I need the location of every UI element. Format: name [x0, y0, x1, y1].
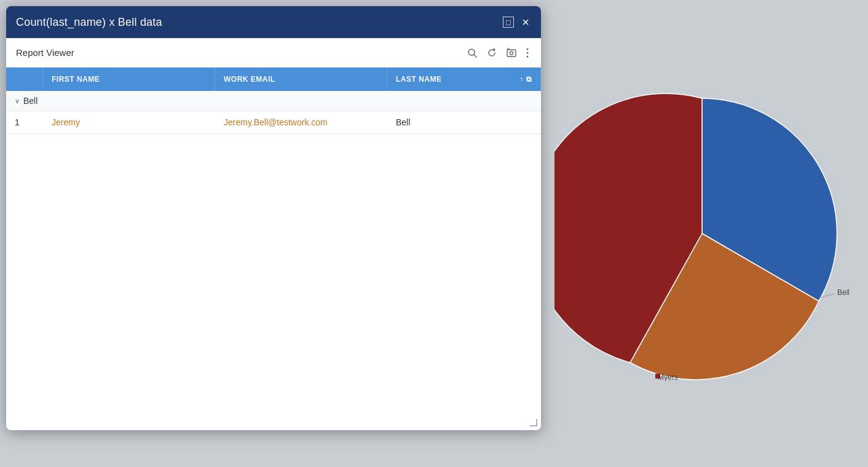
myers-legend-box: [655, 374, 660, 379]
pie-chart: Bell Myers: [554, 86, 850, 381]
more-icon: [526, 48, 529, 58]
table-container: FIRST NAME WORK EMAIL LAST NAME ↑ ⧉ ∨ Be…: [6, 68, 541, 430]
pie-label-myers: Myers: [658, 373, 678, 381]
report-viewer-title: Report Viewer: [16, 47, 74, 58]
group-cell-bell[interactable]: ∨ Bell: [6, 91, 541, 111]
title-bar-controls: □ ×: [503, 17, 531, 28]
screenshot-icon: [507, 48, 516, 58]
table-row: 1 Jeremy Jeremy.Bell@testwork.com Bell: [6, 111, 541, 134]
th-work-email[interactable]: WORK EMAIL: [215, 68, 387, 91]
copy-icon: ⧉: [526, 75, 532, 84]
search-icon: [467, 48, 477, 58]
sort-asc-icon: ↑: [519, 75, 524, 84]
modal-title: Count(last_name) x Bell data: [16, 16, 162, 29]
chevron-down-icon: ∨: [15, 97, 20, 105]
title-bar: Count(last_name) x Bell data □ ×: [6, 6, 541, 38]
td-index: 1: [6, 111, 43, 133]
report-header: Report Viewer: [6, 38, 541, 68]
svg-line-2: [474, 55, 476, 57]
screenshot-button[interactable]: [504, 47, 519, 59]
pie-label-bell: Bell: [837, 288, 850, 297]
more-menu-button[interactable]: [524, 47, 531, 59]
td-work-email: Jeremy.Bell@testwork.com: [215, 111, 387, 133]
close-button[interactable]: ×: [520, 17, 531, 28]
resize-handle[interactable]: [529, 418, 537, 426]
search-button[interactable]: [465, 47, 479, 59]
refresh-button[interactable]: [484, 47, 499, 59]
maximize-button[interactable]: □: [503, 17, 514, 28]
td-first-name: Jeremy: [43, 111, 215, 133]
th-first-name[interactable]: FIRST NAME: [43, 68, 215, 91]
report-actions: [465, 47, 531, 59]
svg-point-7: [527, 52, 529, 53]
refresh-icon: [487, 48, 497, 58]
svg-point-4: [510, 52, 513, 55]
svg-point-6: [527, 48, 529, 50]
th-last-name[interactable]: LAST NAME ↑ ⧉: [387, 68, 541, 91]
table-header: FIRST NAME WORK EMAIL LAST NAME ↑ ⧉: [6, 68, 541, 91]
report-modal: Count(last_name) x Bell data □ × Report …: [6, 6, 541, 430]
svg-rect-5: [507, 49, 510, 50]
group-row-bell: ∨ Bell: [6, 91, 541, 111]
pie-chart-container: Bell Myers: [536, 0, 868, 467]
td-last-name: Bell: [387, 111, 541, 133]
svg-point-8: [527, 55, 529, 57]
th-index: [6, 68, 43, 91]
svg-rect-3: [507, 50, 516, 57]
